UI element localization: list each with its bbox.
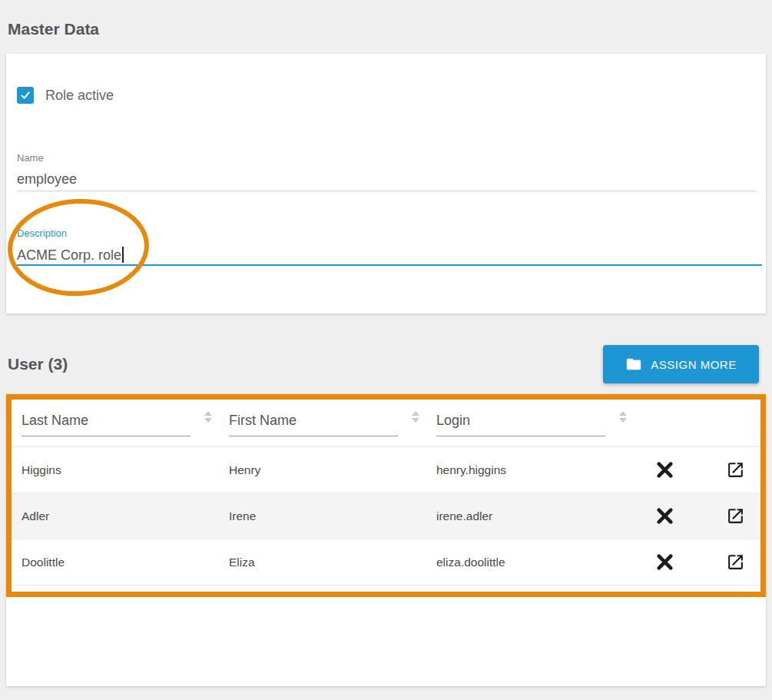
column-header-last-name[interactable]: Last Name [22, 394, 229, 446]
table-row[interactable]: Doolittle Eliza eliza.doolittle [6, 539, 766, 586]
sort-icon[interactable] [204, 411, 212, 423]
role-detail-page: Master Data Role active Name employee De… [0, 0, 772, 700]
cell-login: henry.higgins [436, 463, 625, 477]
name-field-input[interactable]: employee [17, 171, 77, 187]
description-field-label: Description [17, 227, 67, 239]
name-field-underline [17, 191, 757, 191]
cell-first-name: Irene [229, 509, 436, 523]
assign-more-label: ASSIGN MORE [651, 358, 736, 371]
cell-first-name: Henry [229, 463, 436, 477]
assign-more-button[interactable]: ASSIGN MORE [603, 345, 759, 383]
text-caret [122, 247, 124, 263]
role-active-label: Role active [45, 88, 114, 104]
open-in-new-icon[interactable] [723, 503, 749, 529]
cell-login: irene.adler [436, 509, 625, 523]
user-section-title: User (3) [8, 355, 68, 373]
table-row[interactable]: Higgins Henry henry.higgins [6, 447, 766, 493]
user-table-card: Last Name First Name Login Higgins Henry… [6, 394, 766, 686]
role-active-checkbox[interactable] [17, 87, 34, 104]
master-data-title: Master Data [8, 20, 99, 38]
user-table-header: Last Name First Name Login [6, 394, 766, 447]
cell-last-name: Adler [22, 509, 229, 523]
column-label: Last Name [22, 413, 191, 436]
role-active-row: Role active [17, 87, 114, 104]
check-icon [19, 89, 31, 101]
remove-icon[interactable] [652, 549, 678, 576]
name-field-value: employee [17, 171, 77, 187]
folder-icon [625, 356, 642, 373]
column-header-first-name[interactable]: First Name [229, 394, 436, 446]
name-field-label: Name [17, 152, 44, 164]
column-header-actions-open [705, 394, 766, 446]
remove-icon[interactable] [652, 457, 678, 483]
remove-icon[interactable] [652, 503, 678, 529]
open-in-new-icon[interactable] [723, 549, 749, 576]
cell-last-name: Doolittle [22, 556, 229, 569]
column-header-actions-remove [625, 394, 705, 446]
description-field-value: ACME Corp. role [17, 247, 121, 263]
master-data-card: Role active Name employee Description AC… [6, 54, 766, 314]
cell-login: eliza.doolittle [436, 556, 625, 569]
open-in-new-icon[interactable] [723, 457, 749, 483]
table-row[interactable]: Adler Irene irene.adler [6, 493, 766, 539]
column-label: First Name [229, 413, 398, 436]
cell-first-name: Eliza [229, 556, 436, 569]
column-header-login[interactable]: Login [436, 394, 625, 446]
sort-icon[interactable] [412, 411, 419, 423]
cell-last-name: Higgins [22, 463, 229, 477]
description-field-underline [17, 264, 762, 266]
column-label: Login [436, 413, 605, 436]
description-field-input[interactable]: ACME Corp. role [17, 247, 124, 264]
